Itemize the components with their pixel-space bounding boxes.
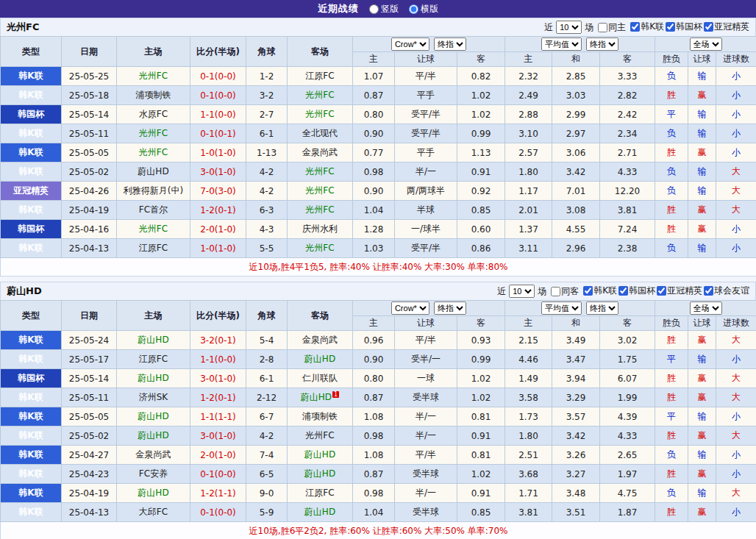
league-filter[interactable]: 韩K联 [583,285,617,297]
odds-handicap: 半/一 [395,163,457,182]
avg-away: 1.99 [600,388,655,407]
league-filter[interactable]: 韩K联 [630,21,664,33]
avg-away: 7.24 [600,220,655,239]
avg-home: 2.57 [505,143,552,163]
league-checkbox[interactable] [704,22,713,32]
result-handicap: 输 [688,105,716,124]
result-handicap: 赢 [688,465,716,484]
league-label: 亚冠精英 [714,21,749,33]
match-count-select[interactable]: 10 [509,285,535,298]
league-checkbox[interactable] [704,286,713,296]
avg-away: 2.71 [600,143,655,163]
avg-select[interactable]: 平均值 [541,38,582,51]
league-checkbox[interactable] [630,22,640,32]
odds-home: 0.98 [353,163,395,182]
same-venue-checkbox[interactable] [598,23,607,32]
match-count-select[interactable]: 10 [556,21,582,34]
bookmaker-select[interactable]: Crow* [391,301,429,315]
result-handicap: 输 [688,484,716,503]
result-outcome: 胜 [655,331,688,350]
odds-time-select[interactable]: 终指 [434,301,466,315]
away-team: 光州FC [288,182,353,201]
match-date: 25-04-27 [62,446,117,465]
league-filter[interactable]: 亚冠精英 [657,285,702,297]
odds-home: 0.80 [353,369,395,388]
col-type: 类型 [1,301,62,331]
match-score: 3-0(1-0) [190,369,246,388]
away-team: 光州FC [288,86,353,105]
odds-away: 1.02 [457,105,505,124]
scope-select[interactable]: 全场 [690,301,722,315]
result-outcome: 胜 [655,388,688,407]
result-handicap: 赢 [688,503,716,522]
avg-home: 1.37 [505,220,552,239]
avg-draw: 3.42 [552,426,600,446]
avg-time-select[interactable]: 终指 [586,38,618,51]
avg-draw: 7.01 [552,182,600,201]
league-filter[interactable]: 亚冠精英 [704,21,749,33]
league-filter[interactable]: 球会友谊 [704,285,749,297]
avg-time-select[interactable]: 终指 [586,301,618,315]
same-venue-checkbox[interactable] [551,287,560,296]
corner-score: 9-0 [246,484,288,503]
avg-home: 3.81 [505,503,552,522]
odds-away: 1.02 [457,465,505,484]
league-label: 韩国杯 [629,285,655,297]
league-filter[interactable]: 韩国杯 [666,21,702,33]
avg-draw: 3.42 [552,163,600,182]
result-handicap: 输 [688,407,716,426]
odds-home: 1.04 [353,201,395,220]
corner-score: 7-4 [246,446,288,465]
layout-radio-horizontal[interactable]: 横版 [409,3,438,15]
league-checkbox[interactable] [666,22,675,32]
match-date: 25-04-13 [62,503,117,522]
away-team: 金泉尚武 [288,331,353,350]
avg-away: 2.65 [600,446,655,465]
horizontal-radio[interactable] [409,4,418,14]
odds-handicap: 平手 [395,86,457,105]
home-team: 蔚山HD [117,484,190,503]
odds-away: 0.81 [457,446,505,465]
match-score: 1-1(1-1) [190,407,246,426]
scope-select[interactable]: 全场 [690,38,722,51]
same-venue-label: 同客 [561,285,579,298]
layout-radio-vertical[interactable]: 竖版 [369,3,399,15]
odds-home: 0.80 [353,105,395,124]
odds-away: 0.93 [457,331,505,350]
col-avg-draw: 和 [552,316,600,331]
result-handicap: 输 [688,446,716,465]
bookmaker-select[interactable]: Crow* [391,38,429,51]
league-checkbox[interactable] [618,286,628,296]
odds-handicap: 半球 [395,201,457,220]
home-team: 大邱FC [117,503,190,522]
result-handicap: 赢 [688,331,716,350]
league-checkbox[interactable] [657,286,666,296]
odds-away: 0.99 [457,350,505,369]
league-checkbox[interactable] [583,286,593,296]
avg-away: 6.07 [600,369,655,388]
same-venue-filter[interactable]: 同主 [598,21,626,34]
match-date: 25-05-18 [62,86,117,105]
league-filter[interactable]: 韩国杯 [618,285,655,297]
corner-score: 6-5 [246,465,288,484]
vertical-radio[interactable] [369,4,379,14]
away-team: 蔚山HD1 [288,388,353,407]
match-score: 1-1(0-0) [190,350,246,369]
odds-away: 0.92 [457,182,505,201]
avg-select[interactable]: 平均值 [541,301,582,315]
match-score: 3-0(1-0) [190,426,246,446]
odds-handicap: 平手 [395,143,457,163]
same-venue-filter[interactable]: 同客 [551,285,579,298]
result-goals: 小 [716,407,756,426]
result-outcome: 胜 [655,465,688,484]
scope-header: 全场 [655,301,756,316]
col-score: 比分(半场) [190,301,246,331]
col-corner: 角球 [246,301,288,331]
odds-handicap: 受半球 [395,503,457,522]
avg-home: 2.88 [505,105,552,124]
league-type-cell: 韩K联 [1,350,62,369]
avg-odds-header: 平均值 终指 [505,37,655,52]
result-outcome: 平 [655,407,688,426]
result-goals: 小 [716,124,756,143]
odds-time-select[interactable]: 终指 [434,38,466,51]
